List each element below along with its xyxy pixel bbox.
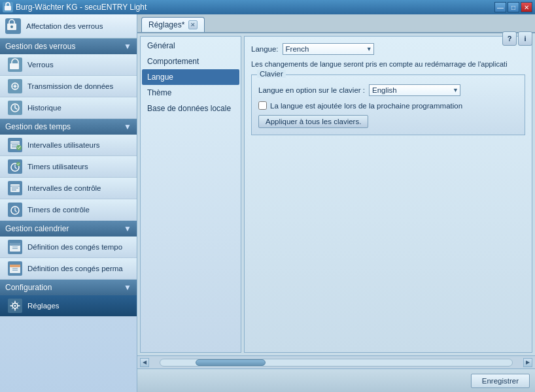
scrollbar-thumb[interactable] — [196, 359, 266, 366]
intervalles-ctrl-icon — [8, 181, 22, 195]
svg-rect-30 — [10, 243, 20, 246]
svg-rect-1 — [5, 6, 11, 10]
nav-bdd[interactable]: Base de données locale — [142, 101, 239, 116]
tab-reglages[interactable]: Réglages* ✕ — [141, 17, 205, 32]
keyboard-lang-select[interactable]: English French Deutsch Español — [369, 84, 460, 96]
conges-perma-label: Définition des congés perma — [27, 265, 123, 272]
section-config[interactable]: Configuration ▼ — [0, 280, 137, 295]
tab-bar: Réglages* ✕ — [137, 14, 535, 33]
reglages-label: Réglages — [27, 302, 60, 310]
language-row: Langue: French English Deutsch Español I… — [251, 43, 525, 55]
language-select-wrapper: French English Deutsch Español Italiano — [283, 43, 374, 55]
title-bar: Burg-Wächter KG - secuENTRY Light — □ ✕ — [0, 0, 535, 14]
window-help-controls: ? i — [502, 31, 532, 46]
timers-util-label: Timers utilisateurs — [27, 163, 88, 171]
scroll-left-button[interactable]: ◀ — [140, 358, 149, 367]
sidebar-item-intervalles-ctrl[interactable]: Intervalles de contrôle — [0, 178, 137, 199]
svg-rect-24 — [12, 188, 18, 189]
svg-rect-35 — [10, 265, 20, 267]
section-config-label: Configuration — [5, 283, 52, 292]
sidebar: Affectation des verrous Gestion des verr… — [0, 14, 137, 392]
lang-checkbox[interactable] — [258, 101, 267, 110]
language-info-text: Les changements de langue seront pris en… — [251, 60, 525, 68]
window-title: Burg-Wächter KG - secuENTRY Light — [16, 3, 494, 12]
window-controls: — □ ✕ — [494, 2, 532, 12]
historique-icon — [8, 101, 22, 115]
sidebar-item-historique[interactable]: Historique — [0, 97, 137, 119]
intervalles-util-label: Intervalles utilisateurs — [27, 141, 100, 149]
intervalles-ctrl-label: Intervalles de contrôle — [27, 184, 101, 192]
timers-util-icon — [8, 159, 22, 174]
chevron-down-icon-4: ▼ — [124, 283, 131, 292]
conges-perma-icon — [8, 261, 22, 276]
nav-comportement[interactable]: Comportement — [142, 54, 239, 69]
lang-checkbox-label[interactable]: La langue est ajoutée lors de la prochai… — [270, 102, 462, 110]
conges-tempo-icon — [8, 240, 22, 254]
sidebar-item-intervalles-util[interactable]: Intervalles utilisateurs — [0, 135, 137, 156]
svg-point-20 — [16, 162, 20, 166]
section-gestion-verrous[interactable]: Gestion des verrous ▼ — [0, 39, 137, 54]
help-button[interactable]: ? — [502, 31, 517, 46]
chevron-down-icon-2: ▼ — [124, 122, 131, 131]
svg-rect-6 — [10, 63, 19, 69]
nav-theme[interactable]: Thème — [142, 85, 239, 101]
nav-general[interactable]: Général — [142, 38, 239, 54]
info-button[interactable]: i — [518, 31, 532, 46]
settings-container: Général Comportement Langue Thème Base d… — [137, 33, 535, 355]
svg-rect-15 — [12, 144, 18, 146]
section-gestion-cal[interactable]: Gestion calendrier ▼ — [0, 221, 137, 237]
maximize-button[interactable]: □ — [508, 2, 519, 12]
clavier-group: Clavier Langue en option sur le clavier … — [251, 74, 525, 135]
sidebar-item-verrous[interactable]: Verrous — [0, 54, 137, 76]
apply-all-keyboards-button[interactable]: Appliquer à tous les claviers. — [258, 115, 368, 128]
sidebar-item-timers-ctrl[interactable]: Timers de contrôle — [0, 199, 137, 221]
conges-tempo-label: Définition des congés tempo — [27, 243, 122, 251]
section-gestion-verrous-label: Gestion des verrous — [5, 42, 75, 51]
content-area: ? i Réglages* ✕ Général Comportement Lan… — [137, 14, 535, 392]
affectation-icon — [5, 18, 21, 34]
clavier-group-title: Clavier — [257, 70, 286, 78]
historique-label: Historique — [27, 104, 61, 112]
section-gestion-temps-label: Gestion des temps — [5, 122, 71, 131]
settings-panel: Langue: French English Deutsch Español I… — [244, 36, 532, 353]
sidebar-item-timers-util[interactable]: Timers utilisateurs — [0, 156, 137, 178]
tab-close-button[interactable]: ✕ — [188, 20, 198, 29]
svg-rect-16 — [12, 146, 16, 148]
language-select[interactable]: French English Deutsch Español Italiano — [283, 43, 374, 55]
sidebar-item-reglages[interactable]: Réglages — [0, 295, 137, 317]
scrollbar-track[interactable] — [160, 359, 513, 367]
keyboard-lang-row: Langue en option sur le clavier : Englis… — [258, 84, 518, 96]
tab-reglages-label: Réglages* — [148, 20, 184, 29]
chevron-down-icon-3: ▼ — [124, 224, 131, 233]
sidebar-item-conges-tempo[interactable]: Définition des congés tempo — [0, 237, 137, 258]
sidebar-item-conges-perma[interactable]: Définition des congés perma — [0, 258, 137, 280]
section-gestion-temps[interactable]: Gestion des temps ▼ — [0, 119, 137, 135]
verrous-label: Verrous — [27, 61, 54, 69]
settings-nav: Général Comportement Langue Thème Base d… — [140, 36, 241, 353]
chevron-down-icon: ▼ — [124, 42, 131, 51]
register-button[interactable]: Enregistrer — [471, 374, 530, 388]
scroll-right-button[interactable]: ▶ — [523, 358, 532, 367]
svg-point-9 — [14, 85, 16, 88]
transmission-label: Transmission de données — [27, 82, 113, 90]
action-bar: Enregistrer — [137, 368, 535, 392]
timers-ctrl-icon — [8, 203, 22, 217]
reglages-icon — [8, 299, 22, 313]
transmission-icon — [8, 79, 22, 93]
svg-point-40 — [14, 305, 16, 307]
minimize-button[interactable]: — — [494, 2, 506, 12]
affectation-label: Affectation des verrous — [26, 22, 103, 30]
checkbox-row: La langue est ajoutée lors de la prochai… — [258, 101, 518, 110]
sidebar-item-affectation[interactable]: Affectation des verrous — [0, 14, 137, 39]
svg-point-4 — [10, 25, 13, 28]
language-label: Langue: — [251, 45, 279, 53]
app-icon — [3, 2, 13, 12]
intervalles-util-icon — [8, 138, 22, 152]
timers-ctrl-label: Timers de contrôle — [27, 206, 90, 214]
nav-langue[interactable]: Langue — [142, 69, 239, 85]
keyboard-lang-select-wrapper: English French Deutsch Español — [369, 84, 460, 96]
horizontal-scrollbar: ◀ ▶ — [137, 355, 535, 368]
sidebar-item-transmission[interactable]: Transmission de données — [0, 76, 137, 97]
close-button[interactable]: ✕ — [521, 2, 532, 12]
verrous-icon — [8, 57, 22, 72]
